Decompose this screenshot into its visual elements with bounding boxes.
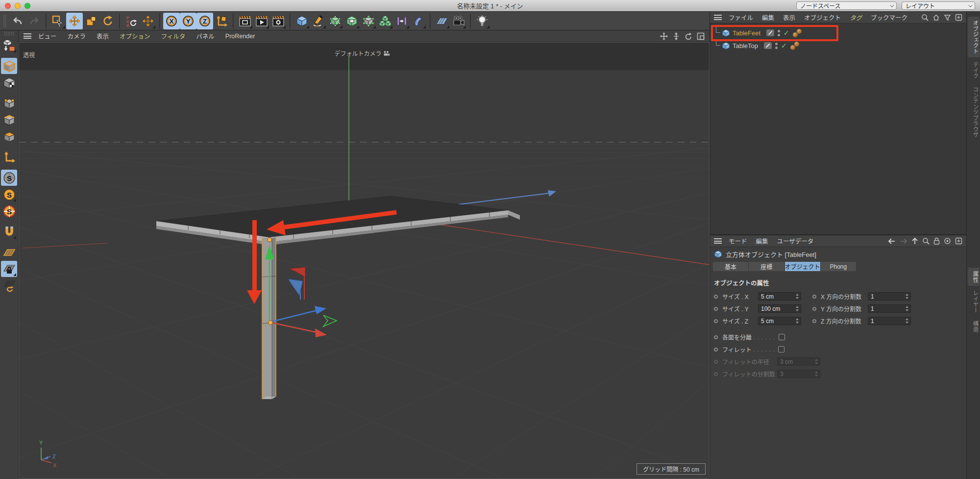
om-menu-bookmarks[interactable]: ブックマーク — [871, 13, 907, 22]
add-panel-icon[interactable] — [955, 14, 962, 21]
spinner[interactable] — [796, 294, 800, 299]
tab-basic[interactable]: 基本 — [713, 262, 749, 271]
move-tool-button[interactable] — [66, 13, 83, 29]
side-tab-takes[interactable]: テイク — [968, 58, 980, 82]
cube-primitive-button[interactable] — [294, 13, 310, 29]
lock-z-axis-button[interactable]: Z — [196, 13, 213, 29]
track-icon[interactable] — [944, 237, 951, 245]
fillet-checkbox[interactable] — [778, 346, 784, 353]
spinner[interactable] — [906, 294, 909, 299]
floor-environment-button[interactable] — [434, 13, 450, 29]
workplane-mode-button[interactable] — [1, 244, 17, 260]
size-y-field[interactable]: 100 cm — [758, 304, 801, 313]
segments-z-field[interactable]: 1 — [868, 317, 911, 325]
enabled-check-icon[interactable]: ✓ — [784, 29, 789, 36]
tab-coordinates[interactable]: 座標 — [749, 262, 784, 271]
orbit-icon[interactable] — [685, 32, 692, 40]
keyframe-circle[interactable] — [812, 295, 816, 299]
visibility-dots[interactable] — [778, 30, 780, 36]
side-tab-layers[interactable]: レイヤー — [968, 287, 980, 316]
edit-toggle-icon[interactable] — [764, 42, 772, 49]
object-name[interactable]: TableTop — [733, 42, 758, 50]
scale-tool-button[interactable] — [83, 13, 99, 29]
edges-mode-button[interactable] — [1, 112, 17, 128]
add-panel-icon[interactable] — [955, 237, 962, 245]
search-icon[interactable] — [922, 237, 930, 245]
spinner[interactable] — [906, 306, 909, 311]
spinner[interactable] — [906, 318, 909, 324]
tab-object[interactable]: オブジェクト — [785, 262, 821, 271]
cube-object-icon[interactable] — [722, 29, 730, 37]
menu-filter[interactable]: フィルタ — [161, 31, 186, 41]
rotate-workplane-button[interactable] — [1, 277, 17, 294]
side-tab-objects[interactable]: オブジェクト — [968, 17, 980, 57]
menu-options[interactable]: オプション — [120, 31, 150, 41]
psr-record-button[interactable]: PSR — [123, 13, 140, 29]
subdivision-surface-button[interactable] — [327, 13, 343, 29]
pen-spline-button[interactable] — [310, 13, 327, 29]
menu-prorender[interactable]: ProRender — [225, 33, 255, 40]
home-icon[interactable] — [932, 14, 940, 21]
object-row-tabletop[interactable]: TableTop ✓ — [710, 39, 966, 52]
light-button[interactable] — [474, 13, 490, 29]
toolbar-grip[interactable] — [4, 31, 15, 36]
keyframe-circle[interactable] — [714, 335, 718, 339]
phong-tag-icons[interactable] — [793, 29, 803, 37]
menu-icon[interactable] — [714, 238, 722, 244]
coordinate-system-button[interactable] — [213, 13, 230, 29]
axis-mode-button[interactable] — [1, 149, 17, 165]
menu-display[interactable]: 表示 — [97, 31, 109, 41]
object-name[interactable]: TableFeet — [733, 29, 760, 37]
segments-y-field[interactable]: 1 — [868, 304, 911, 313]
camera-label[interactable]: デフォルトカメラ — [334, 49, 390, 57]
magnet-button[interactable] — [1, 224, 17, 240]
menu-icon[interactable] — [24, 33, 31, 39]
menu-icon[interactable] — [714, 15, 722, 20]
node-space-dropdown[interactable]: ノードスペース — [796, 1, 897, 10]
segments-x-field[interactable]: 1 — [868, 292, 911, 301]
extrude-generator-button[interactable] — [343, 13, 360, 29]
visibility-dots[interactable] — [775, 43, 778, 49]
toggle-views-icon[interactable] — [697, 32, 705, 40]
lock-workplane-button[interactable] — [1, 261, 17, 277]
am-menu-edit[interactable]: 編集 — [756, 236, 768, 246]
object-row-tablefeet[interactable]: TableFeet ✓ — [710, 26, 966, 39]
keyframe-circle[interactable] — [812, 319, 816, 323]
am-menu-userdata[interactable]: ユーザデータ — [777, 236, 814, 246]
side-tab-structure[interactable]: 構造 — [968, 317, 980, 335]
deformer-bend-button[interactable] — [410, 13, 427, 29]
om-menu-file[interactable]: ファイル — [729, 13, 753, 22]
om-menu-edit[interactable]: 編集 — [762, 13, 774, 22]
keyframe-circle[interactable] — [714, 295, 718, 299]
lock-y-axis-button[interactable]: Y — [180, 13, 196, 29]
om-menu-tags[interactable]: タグ — [850, 13, 862, 22]
search-icon[interactable] — [921, 14, 929, 21]
side-tab-attributes[interactable]: 属性 — [968, 268, 980, 286]
points-mode-button[interactable] — [1, 95, 17, 111]
forward-icon[interactable] — [900, 238, 907, 245]
separate-surfaces-checkbox[interactable] — [779, 334, 785, 340]
am-menu-mode[interactable]: モード — [729, 236, 747, 246]
toolbar-grip[interactable] — [3, 15, 6, 27]
camera-button[interactable] — [450, 13, 467, 29]
phong-tag-icons[interactable] — [790, 42, 800, 50]
spinner[interactable] — [796, 318, 800, 324]
live-selection-button[interactable] — [49, 13, 66, 29]
back-icon[interactable] — [888, 238, 896, 245]
texture-mode-button[interactable] — [1, 75, 17, 91]
enabled-check-icon[interactable]: ✓ — [781, 42, 787, 49]
menu-view[interactable]: ビュー — [38, 31, 57, 41]
cube-object-icon[interactable] — [722, 42, 730, 50]
size-z-field[interactable]: 5 cm — [758, 317, 801, 325]
vertex-point[interactable] — [269, 321, 273, 325]
om-menu-view[interactable]: 表示 — [783, 13, 795, 22]
redo-button[interactable] — [26, 13, 43, 29]
vertex-point[interactable] — [268, 238, 272, 242]
snap-enable-button[interactable]: S — [1, 170, 17, 186]
keyframe-circle[interactable] — [714, 319, 718, 323]
undo-button[interactable] — [9, 13, 26, 29]
keyframe-circle[interactable] — [714, 348, 718, 352]
filter-icon[interactable] — [944, 14, 951, 21]
make-editable-button[interactable] — [1, 37, 17, 53]
lock-icon[interactable] — [933, 237, 940, 245]
